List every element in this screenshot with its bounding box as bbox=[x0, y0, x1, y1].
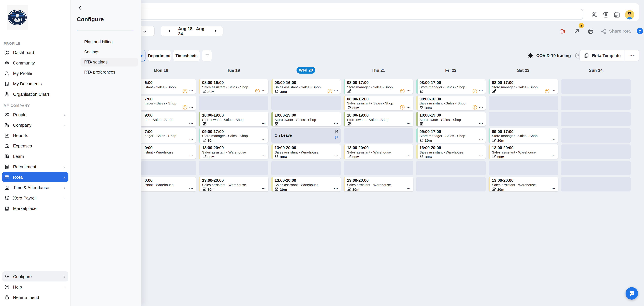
empty-shift-cell[interactable] bbox=[416, 161, 486, 175]
shift-card[interactable]: 13:00-20:00Sales assistant - Warehouse 3… bbox=[344, 177, 413, 192]
sidebar-footer-item-help[interactable]: Help bbox=[2, 282, 68, 292]
shift-menu-button[interactable]: ••• bbox=[407, 89, 411, 92]
shift-card[interactable]: 09:00-17:00Store manager - Sales - Shop … bbox=[488, 128, 558, 142]
sidebar-item-learn[interactable]: Learn bbox=[2, 151, 68, 161]
empty-shift-cell[interactable] bbox=[561, 96, 630, 110]
shift-card[interactable]: 08:00-16:00Sales assistant - Sales - Sho… bbox=[199, 79, 268, 94]
shift-menu-button[interactable]: ••• bbox=[552, 138, 556, 141]
shift-menu-button[interactable]: ••• bbox=[262, 122, 266, 125]
shift-menu-button[interactable]: ••• bbox=[189, 122, 193, 125]
shift-card[interactable]: 08:00-17:00Store manager - Sales - Shop … bbox=[344, 79, 413, 94]
shift-card[interactable]: 10:00-19:00Store owner - Sales - Shop ••… bbox=[416, 112, 486, 126]
shift-menu-button[interactable]: ••• bbox=[479, 106, 483, 109]
empty-shift-cell[interactable] bbox=[344, 161, 413, 175]
shift-menu-button[interactable]: ••• bbox=[334, 122, 338, 125]
contacts-icon[interactable] bbox=[602, 11, 610, 19]
sidebar-footer-item-configure[interactable]: Configure bbox=[2, 271, 68, 281]
tab-timesheets[interactable]: Timesheets bbox=[173, 50, 200, 61]
next-week-button[interactable] bbox=[208, 26, 223, 36]
print-icon[interactable] bbox=[586, 27, 595, 36]
rota-template-button[interactable]: Rota Template ••• bbox=[579, 50, 639, 61]
empty-shift-cell[interactable] bbox=[561, 161, 630, 175]
sidebar-item-rota[interactable]: Rota bbox=[2, 172, 68, 182]
on-leave-cell[interactable]: On Leave bbox=[271, 128, 340, 142]
shift-menu-button[interactable]: ••• bbox=[334, 89, 338, 92]
shift-menu-button[interactable]: ••• bbox=[407, 187, 411, 190]
clear-rota-icon[interactable] bbox=[558, 27, 567, 36]
empty-shift-cell[interactable] bbox=[199, 161, 268, 175]
shift-card[interactable]: 13:00-20:00Sales assistant - Warehouse 3… bbox=[344, 144, 413, 159]
sidebar-item-recruitment[interactable]: Recruitment bbox=[2, 162, 68, 172]
user-avatar[interactable] bbox=[625, 10, 634, 20]
sidebar-footer-item-refer-a-friend[interactable]: Refer a friend bbox=[2, 292, 68, 302]
shift-menu-button[interactable]: ••• bbox=[407, 155, 411, 158]
shift-menu-button[interactable]: ••• bbox=[407, 122, 411, 125]
empty-shift-cell[interactable] bbox=[561, 144, 630, 159]
sidebar-item-xero-payroll[interactable]: Xero Payroll bbox=[2, 193, 68, 203]
sidebar-item-dashboard[interactable]: Dashboard bbox=[2, 47, 68, 57]
shift-menu-button[interactable]: ••• bbox=[552, 187, 556, 190]
shift-card[interactable]: 0:00istant - Warehouse••• bbox=[141, 177, 196, 192]
shift-card[interactable]: 13:00-20:00Sales assistant - Warehouse 3… bbox=[488, 144, 558, 159]
shift-menu-button[interactable]: ••• bbox=[407, 106, 411, 109]
share-icon[interactable] bbox=[599, 27, 608, 36]
sidebar-item-people[interactable]: People bbox=[2, 109, 68, 120]
export-icon[interactable] bbox=[572, 27, 581, 36]
shift-menu-button[interactable]: ••• bbox=[479, 122, 483, 125]
empty-shift-cell[interactable] bbox=[271, 161, 340, 175]
company-logo[interactable]: RECORD STORE bbox=[7, 5, 28, 30]
rota-more-button[interactable]: ••• bbox=[625, 54, 639, 57]
shift-card[interactable]: 13:00-20:00Sales assistant - Warehouse 3… bbox=[199, 177, 268, 192]
shift-card[interactable]: 13:00-20:00Sales assistant - Warehouse 3… bbox=[488, 177, 558, 192]
shift-card[interactable]: 13:00-20:00Sales assistant - Warehouse 3… bbox=[271, 144, 340, 159]
panel-item-rta-preferences[interactable]: RTA preferences bbox=[80, 68, 138, 77]
add-person-icon[interactable] bbox=[590, 11, 598, 19]
panel-back-button[interactable] bbox=[77, 5, 84, 12]
panel-item-plan-and-billing[interactable]: Plan and billing bbox=[80, 38, 138, 46]
sidebar-item-reports[interactable]: Reports bbox=[2, 130, 68, 140]
shift-menu-button[interactable]: ••• bbox=[479, 138, 483, 141]
global-search-input[interactable] bbox=[77, 9, 583, 20]
comment-icon[interactable] bbox=[334, 135, 338, 139]
shift-card[interactable]: 13:00-20:00Sales assistant - Warehouse 3… bbox=[416, 144, 486, 159]
empty-shift-cell[interactable] bbox=[416, 177, 486, 192]
shift-menu-button[interactable]: ••• bbox=[262, 155, 266, 158]
shift-card[interactable]: 10:00-19:00Store owner - Sales - Shop ••… bbox=[199, 112, 268, 126]
empty-shift-cell[interactable] bbox=[141, 161, 196, 175]
shift-card[interactable]: 10:00-19:00Store owner - Sales - Shop ••… bbox=[271, 112, 340, 126]
sidebar-item-organisation-chart[interactable]: Organisation Chart bbox=[2, 89, 68, 99]
shift-card[interactable]: 9:00ner - Sales - Shop••• bbox=[141, 112, 196, 126]
sidebar-item-marketplace[interactable]: Marketplace bbox=[2, 203, 68, 213]
tab-department[interactable]: Department bbox=[148, 50, 171, 61]
shift-card[interactable]: 13:00-20:00Sales assistant - Warehouse 3… bbox=[271, 177, 340, 192]
shift-card[interactable]: 08:00-16:00Sales assistant - Sales - Sho… bbox=[271, 79, 340, 94]
help-icon[interactable]: ? bbox=[636, 28, 643, 34]
empty-shift-cell[interactable] bbox=[561, 128, 630, 142]
chat-fab-button[interactable] bbox=[626, 287, 638, 300]
filter-button[interactable] bbox=[202, 50, 212, 61]
empty-shift-cell[interactable] bbox=[344, 128, 413, 142]
empty-shift-cell[interactable] bbox=[488, 112, 558, 126]
shift-card[interactable]: 7:00nager - Sales - Shop?••• bbox=[141, 96, 196, 110]
shift-card[interactable]: 0:00istant - Warehouse••• bbox=[141, 144, 196, 159]
shift-menu-button[interactable]: ••• bbox=[189, 106, 193, 109]
week-range-label[interactable]: Aug 18 - Aug 24 bbox=[178, 26, 208, 36]
shift-card[interactable]: 09:00-17:00Store manager - Sales - Shop … bbox=[199, 128, 268, 142]
shift-menu-button[interactable]: ••• bbox=[262, 89, 266, 92]
covid-tracing[interactable]: COVID-19 tracing ? bbox=[527, 50, 581, 61]
sidebar-item-time-attendance[interactable]: Time & Attendance bbox=[2, 182, 68, 193]
shift-card[interactable]: 09:00-17:00Store manager - Sales - Shop … bbox=[416, 128, 486, 142]
shift-menu-button[interactable]: ••• bbox=[189, 138, 193, 141]
shift-menu-button[interactable]: ••• bbox=[334, 187, 338, 190]
empty-shift-cell[interactable] bbox=[199, 96, 268, 110]
shift-card[interactable]: 08:00-16:00Sales assistant - Sales - Sho… bbox=[416, 96, 486, 110]
shift-menu-button[interactable]: ••• bbox=[262, 138, 266, 141]
shift-card[interactable]: 08:00-17:00Store manager - Sales - Shop … bbox=[488, 79, 558, 94]
calendar-icon[interactable] bbox=[613, 11, 621, 19]
empty-shift-cell[interactable] bbox=[488, 161, 558, 175]
panel-item-rta-settings[interactable]: RTA settings bbox=[80, 58, 138, 67]
shift-menu-button[interactable]: ••• bbox=[189, 89, 193, 92]
shift-menu-button[interactable]: ••• bbox=[479, 155, 483, 158]
shift-card[interactable]: 08:00-16:00Sales assistant - Sales - Sho… bbox=[344, 96, 413, 110]
shift-menu-button[interactable]: ••• bbox=[552, 155, 556, 158]
